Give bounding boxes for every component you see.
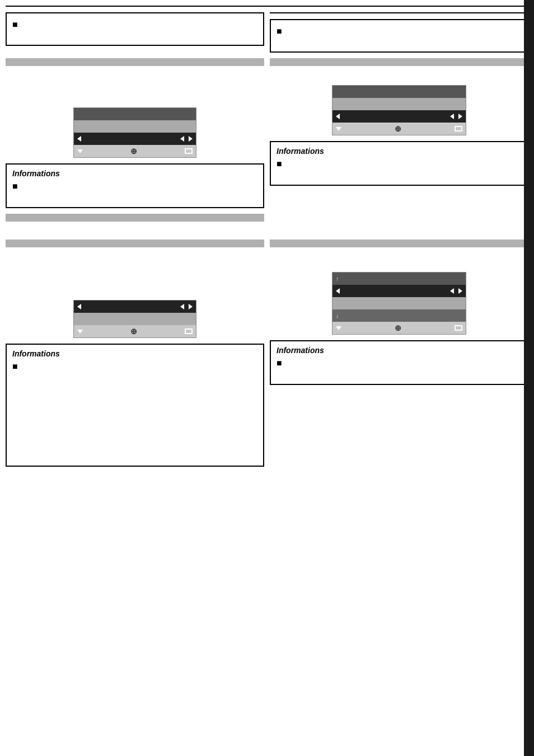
screen-row-gray2-l xyxy=(74,313,196,325)
gray-bar-s2-left xyxy=(6,240,264,247)
plus-icon: ⊕ xyxy=(130,147,137,156)
body-text-s1-right xyxy=(270,74,528,85)
screen-row-gray1-r xyxy=(332,98,466,110)
nav-arrow-icon-2l xyxy=(77,304,81,309)
gray-bar-s1-left xyxy=(6,58,264,66)
top-right-bullet: ■ xyxy=(277,25,522,38)
screen-mockup-s2-right: ↑ ↓ ⊕ xyxy=(332,272,466,335)
screen-nav-row2-l xyxy=(74,300,196,313)
gray-bar-s2-right xyxy=(270,240,528,247)
down-arrow-icon-2r xyxy=(336,326,341,330)
info-title-s2-left: Informations xyxy=(12,349,257,358)
screen-row-top-dark: ↑ xyxy=(332,273,466,285)
down-arrow-icon-r xyxy=(336,127,341,131)
top-divider-right xyxy=(270,12,528,13)
checkbox-icon[interactable] xyxy=(185,148,193,154)
top-note-box-left: ■ xyxy=(6,12,264,46)
screen-mockup-s1-left: ⊕ xyxy=(73,107,196,158)
top-right-col: ■ xyxy=(270,12,528,58)
plus-icon-2l: ⊕ xyxy=(130,327,137,336)
screen-bottom-row-2r: ⊕ xyxy=(332,322,466,334)
screen-bottom-row: ⊕ xyxy=(74,145,196,157)
section2-row: ⊕ Informations ■ ↑ xyxy=(6,240,528,482)
info-box-s2-right: Informations ■ xyxy=(270,340,528,385)
nav-prev-icon-r[interactable] xyxy=(450,114,454,119)
right-edge-bar xyxy=(524,0,534,756)
top-note-box-right: ■ xyxy=(270,19,528,53)
info-title-s1-left: Informations xyxy=(12,169,257,178)
body-text-s1-left xyxy=(6,74,264,107)
screen-row-header-r xyxy=(332,86,466,98)
screen-row-darkgray2-r: ↓ xyxy=(332,309,466,322)
down-text-icon: ↓ xyxy=(336,312,339,319)
down-arrow-icon-2l xyxy=(77,330,83,334)
nav-prev-icon[interactable] xyxy=(180,136,184,142)
gray-bar-s1-left-bottom xyxy=(6,214,264,222)
plus-icon-r: ⊕ xyxy=(395,124,401,133)
top-row: ■ ■ xyxy=(6,12,528,58)
nav-prev-icon-2r[interactable] xyxy=(450,288,454,294)
plus-icon-2r: ⊕ xyxy=(395,323,401,332)
screen-nav-row1-r xyxy=(332,110,466,123)
info-bullet-s1-right: ■ xyxy=(277,159,522,169)
info-box-s1-right: Informations ■ xyxy=(270,141,528,186)
nav-next-icon-2l[interactable] xyxy=(189,304,193,309)
section1-right: ⊕ Informations ■ xyxy=(270,58,528,229)
section2-right: ↑ ↓ ⊕ xyxy=(270,240,528,472)
top-left-bullet: ■ xyxy=(12,18,257,31)
checkbox-icon-2l[interactable] xyxy=(185,328,193,334)
nav-prev-icon-2l[interactable] xyxy=(180,304,184,309)
info-bullet-s2-right: ■ xyxy=(277,358,522,368)
checkbox-icon-r[interactable] xyxy=(455,126,462,132)
top-left-col: ■ xyxy=(6,12,264,58)
nav-next-icon-r[interactable] xyxy=(458,114,462,119)
nav-arrow-icon xyxy=(77,136,81,142)
info-bullet-s2-left: ■ xyxy=(12,361,257,372)
checkbox-icon-2r[interactable] xyxy=(455,325,462,331)
body-text-s2-right xyxy=(270,255,528,272)
nav-next-icon[interactable] xyxy=(189,136,193,142)
body-text-s2-left xyxy=(6,255,264,300)
page: ■ ■ xyxy=(0,0,534,756)
section1-row: ⊕ Informations ■ xyxy=(6,58,528,240)
info-title-s2-right: Informations xyxy=(277,346,522,355)
screen-mockup-s2-left: ⊕ xyxy=(73,300,196,338)
nav-arrow-icon-2r xyxy=(336,288,340,294)
down-arrow-icon xyxy=(77,149,83,153)
screen-nav-row1 xyxy=(74,133,196,145)
info-box-s1-left: Informations ■ xyxy=(6,163,264,208)
screen-row-gray1 xyxy=(74,120,196,133)
info-title-s1-right: Informations xyxy=(277,147,522,156)
info-bullet-s1-left: ■ xyxy=(12,181,257,191)
nav-arrow-icon-r xyxy=(336,114,340,119)
nav-next-icon-2r[interactable] xyxy=(458,288,462,294)
section1-left: ⊕ Informations ■ xyxy=(6,58,264,229)
screen-bottom-row-r: ⊕ xyxy=(332,123,466,135)
screen-mockup-s1-right: ⊕ xyxy=(332,85,466,135)
screen-row-header xyxy=(74,108,196,120)
gray-bar-s1-right xyxy=(270,58,528,66)
up-text-icon: ↑ xyxy=(336,275,339,282)
screen-row-gray2-r xyxy=(332,297,466,309)
top-divider xyxy=(6,6,528,7)
section2-left: ⊕ Informations ■ xyxy=(6,240,264,472)
screen-nav-row2-r xyxy=(332,285,466,297)
info-box-s2-left: Informations ■ xyxy=(6,344,264,467)
screen-bottom-row-2l: ⊕ xyxy=(74,325,196,337)
